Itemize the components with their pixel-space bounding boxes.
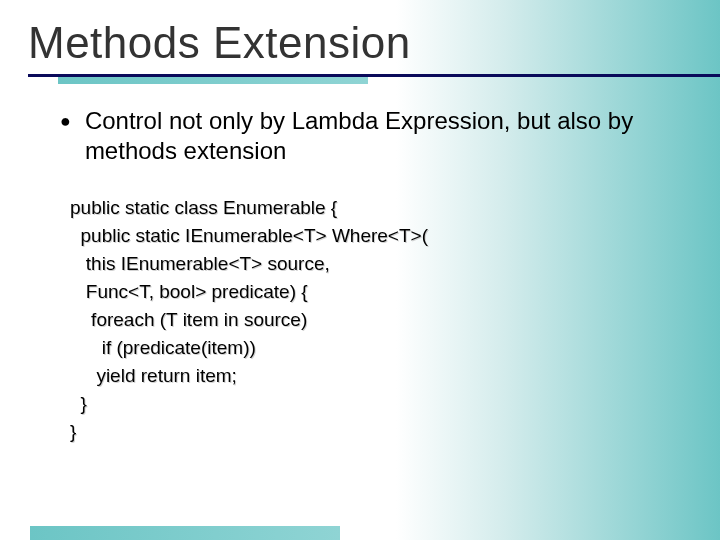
code-block: public static class Enumerable { public … (60, 194, 680, 446)
code-line: } (70, 418, 680, 446)
bottom-accent-bar (30, 526, 340, 540)
bullet-text: Control not only by Lambda Expression, b… (85, 106, 680, 166)
code-line: Func<T, bool> predicate) { (70, 278, 680, 306)
title-underline (28, 74, 720, 84)
code-line: } (70, 390, 680, 418)
code-line: this IEnumerable<T> source, (70, 250, 680, 278)
bullet-icon: ● (60, 106, 71, 136)
code-line: public static class Enumerable { (70, 194, 680, 222)
code-line: foreach (T item in source) (70, 306, 680, 334)
underline-main (28, 74, 720, 77)
code-line: public static IEnumerable<T> Where<T>( (70, 222, 680, 250)
slide-title: Methods Extension (28, 18, 720, 68)
code-line: yield return item; (70, 362, 680, 390)
code-line: if (predicate(item)) (70, 334, 680, 362)
bullet-item: ● Control not only by Lambda Expression,… (60, 106, 680, 166)
title-block: Methods Extension (0, 0, 720, 84)
content-area: ● Control not only by Lambda Expression,… (0, 84, 720, 446)
